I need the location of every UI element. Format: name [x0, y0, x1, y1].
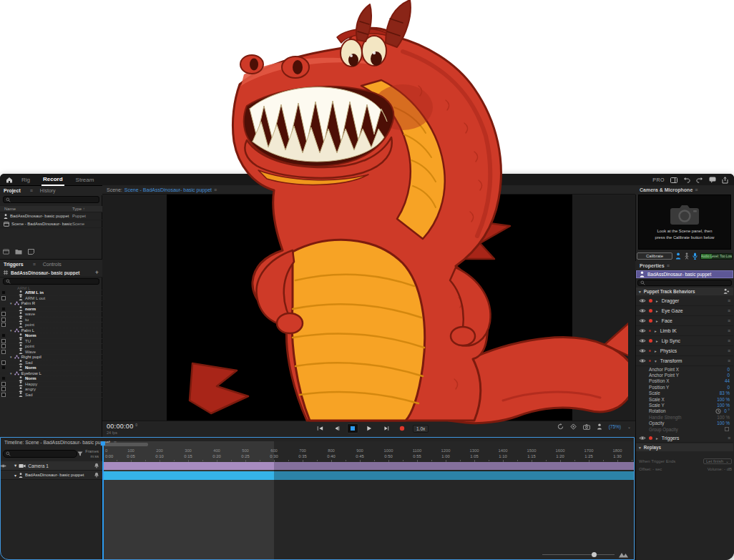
body-tracking-icon[interactable] — [684, 252, 690, 260]
stop-button[interactable] — [347, 423, 358, 433]
chevron-down-icon[interactable]: ▾ — [10, 328, 12, 333]
record-arm-dot[interactable] — [649, 436, 652, 440]
trigger-item[interactable]: Happy — [0, 382, 102, 388]
when-trigger-ends-select[interactable]: Let finish ⌄ — [703, 458, 732, 464]
tab-triggers[interactable]: Triggers — [4, 262, 24, 267]
trigger-item[interactable]: tu — [0, 318, 102, 323]
microphone-icon[interactable] — [693, 252, 698, 260]
timeline-ruler-times[interactable]: 0:000:050:100:150:200:250:300:350:400:45… — [102, 454, 635, 460]
trigger-item[interactable]: TU — [0, 339, 102, 345]
chevron-down-icon[interactable]: ▾ — [14, 473, 16, 478]
behavior-menu-icon[interactable]: ≡ — [728, 338, 730, 343]
chevron-right-icon[interactable]: ▸ — [656, 299, 658, 303]
eye-icon[interactable] — [639, 298, 646, 303]
trigger-item[interactable]: Norm — [0, 333, 102, 339]
trigger-key-swatch[interactable] — [1, 333, 6, 338]
record-arm-dot[interactable] — [649, 330, 651, 332]
timeline-ruler-frames[interactable]: 0100200300400500600700800900100011001200… — [102, 448, 635, 454]
chevron-down-icon[interactable]: ▾ — [14, 463, 16, 468]
home-icon[interactable] — [6, 177, 13, 183]
calibrate-button[interactable]: Calibrate — [637, 252, 672, 260]
chevron-down-icon[interactable]: ▾ — [10, 301, 12, 305]
playhead-handle[interactable] — [101, 441, 105, 446]
trigger-item[interactable]: ▾Palm L — [0, 328, 102, 334]
trigger-key-swatch[interactable] — [1, 312, 6, 316]
snapping-icon[interactable] — [570, 423, 577, 430]
playback-speed[interactable]: 1.0x — [413, 425, 429, 433]
property-value[interactable]: 0 — [727, 373, 730, 378]
eye-icon[interactable] — [0, 463, 6, 468]
property-value[interactable]: 83 % — [720, 390, 730, 396]
trigger-item[interactable]: ARM L out — [0, 296, 102, 302]
behavior-menu-icon[interactable]: ≡ — [728, 348, 730, 353]
property-value[interactable]: 100 % — [717, 415, 730, 420]
chevron-right-icon[interactable]: ▸ — [655, 329, 657, 333]
project-search[interactable] — [3, 196, 99, 203]
reset-rotation-icon[interactable] — [715, 408, 721, 414]
puppet-pin-icon[interactable] — [597, 423, 602, 430]
trigger-item[interactable]: ARM L — [0, 287, 102, 290]
record-button[interactable] — [396, 423, 408, 433]
project-row[interactable]: Scene - BadAssDinosaur- basic puppetScen… — [0, 220, 102, 228]
redo-icon[interactable] — [696, 177, 703, 183]
property-value[interactable]: 0 — [727, 385, 730, 390]
trigger-key-swatch[interactable] — [1, 382, 6, 386]
properties-search-input[interactable] — [645, 281, 729, 285]
behavior-menu-icon[interactable]: ≡ — [728, 358, 730, 363]
trigger-item[interactable]: Sad — [0, 393, 102, 398]
behavior-row[interactable]: ▸Limb IK≡ — [636, 326, 733, 336]
record-arm-dot[interactable] — [649, 319, 652, 323]
properties-search[interactable] — [637, 280, 732, 286]
trigger-key-swatch[interactable] — [1, 296, 6, 300]
panel-menu-icon[interactable]: ≡ — [214, 187, 217, 192]
panel-menu-icon[interactable]: ≡ — [33, 262, 36, 267]
eye-icon[interactable] — [639, 348, 646, 353]
eye-icon[interactable] — [639, 308, 646, 313]
group-opacity-checkbox[interactable] — [725, 427, 729, 431]
offset-value[interactable]: - sec — [652, 467, 662, 471]
tab-stream[interactable]: Stream — [74, 174, 96, 186]
tab-history[interactable]: History — [40, 188, 56, 193]
project-row[interactable]: BadAssDinosaur- basic puppetPuppet — [0, 212, 102, 220]
behavior-row[interactable]: ▸Physics≡ — [636, 346, 733, 356]
feedback-icon[interactable] — [709, 177, 716, 183]
trigger-item[interactable]: Sad — [0, 360, 102, 366]
trigger-item[interactable]: ▾Eyebrow L — [0, 371, 102, 377]
trigger-item[interactable]: Norm — [0, 376, 102, 382]
snapshot-icon[interactable] — [583, 424, 590, 430]
trigger-key-swatch[interactable] — [1, 387, 6, 391]
behavior-row[interactable]: ▸Lip Sync≡ — [636, 336, 733, 346]
playhead[interactable] — [102, 441, 104, 559]
eye-icon[interactable] — [639, 328, 646, 333]
trigger-item[interactable]: ARM L in — [0, 290, 102, 296]
chevron-right-icon[interactable]: ▸ — [655, 349, 657, 353]
property-value[interactable]: 100 % — [717, 397, 730, 402]
trigger-item[interactable]: angry — [0, 387, 102, 393]
trigger-item[interactable]: ▾Right pupil — [0, 355, 102, 360]
trigger-item[interactable]: Wave — [0, 350, 102, 355]
record-arm-dot[interactable] — [9, 464, 12, 468]
panel-menu-icon[interactable]: ≡ — [695, 187, 698, 192]
trigger-item[interactable]: point — [0, 323, 102, 328]
trigger-item[interactable]: ▾Palm R — [0, 301, 102, 307]
trigger-key-swatch[interactable] — [1, 318, 6, 322]
project-column-headers[interactable]: Name Type ↑ — [0, 206, 102, 212]
track-header-row[interactable]: ▾BadAssDinosaur- basic puppet — [0, 471, 102, 480]
record-arm-dot[interactable] — [649, 360, 651, 362]
property-value[interactable]: 44 — [725, 378, 730, 383]
note-icon[interactable] — [28, 249, 34, 255]
chevron-right-icon[interactable]: ▸ — [656, 436, 658, 441]
behavior-menu-icon[interactable]: ≡ — [728, 298, 730, 303]
triggers-search-input[interactable] — [11, 280, 97, 284]
trigger-key-swatch[interactable] — [1, 323, 6, 327]
behavior-menu-icon[interactable]: ≡ — [728, 308, 730, 313]
timeline-horizontal-scrollbar[interactable] — [104, 443, 148, 446]
behavior-row[interactable]: ▾Transform≡ — [636, 356, 733, 366]
project-search-input[interactable] — [11, 197, 97, 202]
column-type[interactable]: Type ↑ — [72, 207, 102, 211]
refresh-stage-icon[interactable] — [557, 423, 564, 430]
behavior-menu-icon[interactable]: ≡ — [728, 318, 730, 323]
replays-header[interactable]: ▾ Replays — [636, 443, 733, 451]
trigger-key-swatch[interactable] — [1, 365, 6, 370]
trigger-item[interactable]: wave — [0, 312, 102, 318]
